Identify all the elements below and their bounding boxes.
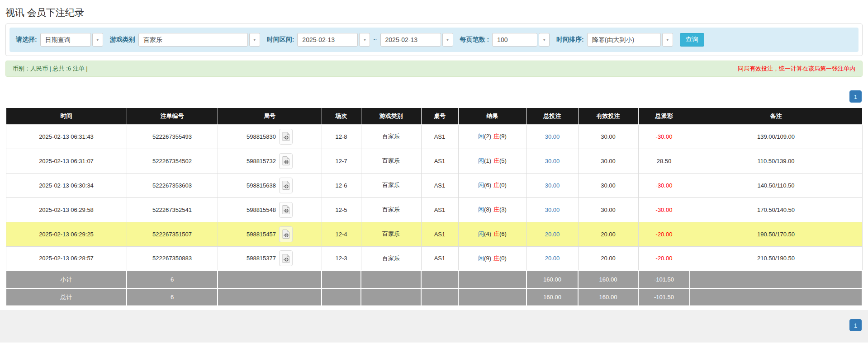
chevron-down-icon[interactable]: ▼ — [539, 33, 550, 47]
cell-payout: -20.00 — [638, 222, 690, 246]
date-from-picker[interactable]: 2025-02-13 ▼ — [297, 33, 370, 47]
cell-time: 2025-02-13 06:29:25 — [6, 222, 127, 246]
page-1-button[interactable]: 1 — [849, 90, 862, 103]
column-header: 总派彩 — [638, 108, 690, 124]
video-file-icon — [282, 132, 289, 141]
table-row: 2025-02-13 06:29:58 522267352541 5988155… — [6, 197, 862, 222]
video-replay-button[interactable] — [279, 129, 293, 145]
table-row: 2025-02-13 06:30:34 522267353603 5988156… — [6, 173, 862, 197]
column-header: 备注 — [690, 108, 862, 124]
sort-order-select[interactable]: 降幂(由大到小) ▼ — [587, 33, 673, 47]
cell-remark: 210.50/190.50 — [690, 246, 862, 271]
chevron-down-icon[interactable]: ▼ — [662, 33, 673, 47]
table-row: 2025-02-13 06:31:07 522267354502 5988157… — [6, 149, 862, 173]
chevron-down-icon[interactable]: ▼ — [249, 33, 260, 47]
video-file-icon — [282, 230, 289, 239]
chevron-down-icon[interactable]: ▼ — [442, 33, 453, 47]
video-file-icon — [282, 156, 289, 165]
total-label: 总计 — [6, 288, 127, 306]
cell-game-type: 百家乐 — [361, 197, 421, 222]
cell-result: 闲(2)庄(9) — [458, 124, 526, 149]
cell-time: 2025-02-13 06:31:43 — [6, 124, 127, 149]
cell-total-bet[interactable]: 20.00 — [526, 246, 578, 271]
cell-valid-bet: 30.00 — [578, 149, 638, 173]
cell-payout: -30.00 — [638, 124, 690, 149]
cell-valid-bet: 30.00 — [578, 124, 638, 149]
cell-remark: 170.50/140.50 — [690, 197, 862, 222]
total-payout: -101.50 — [638, 288, 690, 306]
select-type-label: 请选择: — [16, 36, 37, 44]
cell-round-id: 598815732 — [218, 149, 322, 173]
cell-remark: 139.00/109.00 — [690, 124, 862, 149]
video-file-icon — [282, 205, 289, 214]
cell-session: 12-4 — [322, 222, 361, 246]
video-replay-button[interactable] — [279, 153, 293, 169]
cell-result: 闲(4)庄(6) — [458, 222, 526, 246]
video-replay-button[interactable] — [279, 226, 293, 242]
total-count: 6 — [127, 288, 218, 306]
tilde-separator: ~ — [373, 36, 377, 43]
column-header: 游戏类别 — [361, 108, 421, 124]
cell-session: 12-3 — [322, 246, 361, 271]
date-from-value: 2025-02-13 — [297, 33, 358, 47]
chevron-down-icon[interactable]: ▼ — [359, 33, 370, 47]
query-type-select[interactable]: 日期查询 ▼ — [40, 33, 103, 47]
game-type-value: 百家乐 — [138, 33, 248, 47]
cell-valid-bet: 30.00 — [578, 197, 638, 222]
cell-payout: -30.00 — [638, 197, 690, 222]
cell-game-type: 百家乐 — [361, 246, 421, 271]
subtotal-payout: -101.50 — [638, 271, 690, 288]
total-row: 总计 6 160.00 160.00 -101.50 — [6, 288, 862, 306]
video-file-icon — [282, 181, 289, 190]
cell-round-id: 598815830 — [218, 124, 322, 149]
cell-bet-id: 522267355493 — [127, 124, 218, 149]
search-button[interactable]: 查询 — [680, 33, 704, 47]
cell-game-type: 百家乐 — [361, 173, 421, 197]
cell-total-bet[interactable]: 30.00 — [526, 149, 578, 173]
cell-total-bet[interactable]: 30.00 — [526, 197, 578, 222]
column-header: 时间 — [6, 108, 127, 124]
game-type-select[interactable]: 百家乐 ▼ — [138, 33, 260, 47]
currency-total-text: 币别：人民币 | 总共 :6 注单 | — [13, 65, 88, 73]
video-replay-button[interactable] — [279, 178, 293, 193]
cell-session: 12-6 — [322, 173, 361, 197]
cell-bet-id: 522267352541 — [127, 197, 218, 222]
video-replay-button[interactable] — [279, 250, 293, 266]
cell-game-type: 百家乐 — [361, 222, 421, 246]
cell-valid-bet: 30.00 — [578, 173, 638, 197]
column-header: 局号 — [218, 108, 322, 124]
cell-time: 2025-02-13 06:31:07 — [6, 149, 127, 173]
cell-table-no: AS1 — [421, 197, 458, 222]
video-replay-button[interactable] — [279, 202, 293, 218]
cell-game-type: 百家乐 — [361, 149, 421, 173]
cell-time: 2025-02-13 06:29:58 — [6, 197, 127, 222]
cell-valid-bet: 20.00 — [578, 222, 638, 246]
cell-total-bet[interactable]: 30.00 — [526, 124, 578, 149]
cell-table-no: AS1 — [421, 124, 458, 149]
cell-table-no: AS1 — [421, 173, 458, 197]
cell-valid-bet: 20.00 — [578, 246, 638, 271]
column-header: 注单编号 — [127, 108, 218, 124]
cell-bet-id: 522267354502 — [127, 149, 218, 173]
cell-total-bet[interactable]: 30.00 — [526, 173, 578, 197]
time-range-label: 时间区间: — [267, 36, 294, 44]
cell-round-id: 598815457 — [218, 222, 322, 246]
cell-total-bet[interactable]: 20.00 — [526, 222, 578, 246]
pagination-top: 1 — [6, 90, 862, 103]
cell-round-id: 598815548 — [218, 197, 322, 222]
cell-time: 2025-02-13 06:28:57 — [6, 246, 127, 271]
subtotal-label: 小计 — [6, 271, 127, 288]
page-1-button[interactable]: 1 — [849, 319, 862, 331]
table-row: 2025-02-13 06:29:25 522267351507 5988154… — [6, 222, 862, 246]
page-size-select[interactable]: 100 ▼ — [492, 33, 550, 47]
date-to-picker[interactable]: 2025-02-13 ▼ — [380, 33, 453, 47]
cell-remark: 110.50/139.00 — [690, 149, 862, 173]
table-body: 2025-02-13 06:31:43 522267355493 5988158… — [6, 124, 862, 271]
table-row: 2025-02-13 06:31:43 522267355493 5988158… — [6, 124, 862, 149]
cell-game-type: 百家乐 — [361, 124, 421, 149]
chevron-down-icon[interactable]: ▼ — [92, 33, 103, 47]
sort-order-label: 时间排序: — [556, 36, 584, 44]
bet-records-table: 时间注单编号局号场次游戏类别桌号结果总投注有效投注总派彩备注 2025-02-1… — [5, 108, 863, 306]
column-header: 总投注 — [526, 108, 578, 124]
column-header: 有效投注 — [578, 108, 638, 124]
